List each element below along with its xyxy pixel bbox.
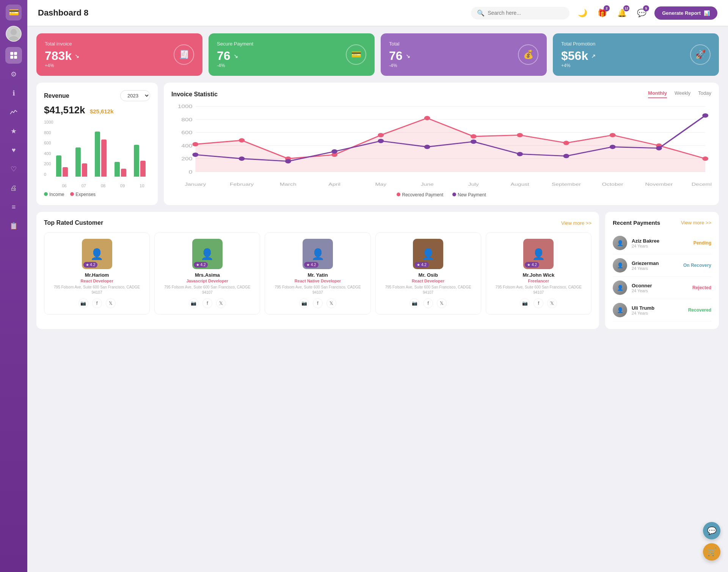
invoice-header: Invoice Statistic Monthly Weekly Today [171,90,711,98]
sidebar-item-dashboard[interactable] [5,47,22,64]
support-fab[interactable]: 💬 [703,522,720,539]
customer-role: React Developer [80,279,113,283]
twitter-icon[interactable]: 𝕏 [437,298,447,308]
svg-text:600: 600 [181,130,192,135]
svg-text:0: 0 [189,169,193,174]
twitter-icon[interactable]: 𝕏 [216,298,226,308]
payment-avatar: 👤 [613,303,627,317]
message-icon-btn[interactable]: 💬 5 [635,6,648,20]
svg-text:July: July [468,182,479,186]
customers-title: Top Rated Customer [44,219,103,226]
customer-name: Mr. Osib [419,272,438,278]
instagram-icon[interactable]: 📷 [299,298,309,308]
income-bar [134,145,139,177]
instagram-icon[interactable]: 📷 [189,298,199,308]
svg-point-30 [192,142,198,147]
customer-card: 👤 ★ 4.2 Mr.Hariom React Developer 795 Fo… [44,232,150,315]
bottom-row: Top Rated Customer View more >> 👤 ★ 4.2 … [36,212,719,329]
instagram-icon[interactable]: 📷 [410,298,419,308]
sidebar-logo[interactable]: 💳 [6,5,22,20]
avatar[interactable] [6,26,22,42]
bar-group [95,132,111,177]
payments-view-more[interactable]: View more >> [681,220,711,226]
twitter-icon[interactable]: 𝕏 [326,298,336,308]
svg-point-53 [702,113,708,118]
stat-icon-total: 💰 [518,44,538,65]
sidebar-item-wishlist[interactable]: ♡ [5,161,22,177]
search-bar[interactable]: 🔍 [471,7,570,19]
customers-view-more[interactable]: View more >> [561,220,592,226]
facebook-icon[interactable]: f [533,298,543,308]
svg-text:400: 400 [181,143,192,148]
gift-icon-btn[interactable]: 🎁 2 [595,6,609,20]
generate-report-button[interactable]: Generate Report 📊 [654,6,717,20]
payment-status: On Recovery [683,263,711,268]
payment-item: 👤 Uli Trumb 24 Years Recovered [613,299,711,321]
customer-avatar: 👤 ★ 4.2 [303,239,333,269]
bar-x-label: 10 [134,183,150,188]
sidebar-item-settings[interactable]: ⚙ [5,66,22,83]
customer-avatar: 👤 ★ 4.2 [82,239,112,269]
rating-badge: ★ 4.2 [83,262,98,268]
instagram-icon[interactable]: 📷 [520,298,530,308]
invoice-tabs: Monthly Weekly Today [648,90,711,98]
bar-group [134,145,150,177]
theme-toggle[interactable]: 🌙 [576,6,589,20]
svg-point-39 [610,133,616,138]
svg-text:February: February [230,182,254,186]
instagram-icon[interactable]: 📷 [78,298,88,308]
rating-badge: ★ 4.2 [525,262,539,268]
svg-point-0 [11,29,17,35]
svg-text:1000: 1000 [178,103,193,109]
gift-badge: 2 [604,5,610,11]
customer-avatar: 👤 ★ 4.2 [192,239,223,269]
svg-text:December: December [692,182,711,186]
search-icon: 🔍 [477,9,485,17]
stat-icon-promotion: 🚀 [690,44,711,65]
line-chart-legend: Recovered Payment New Payment [171,192,711,197]
customer-socials: 📷 f 𝕏 [299,298,336,308]
search-input[interactable] [488,10,563,16]
sidebar-item-info[interactable]: ℹ [5,85,22,102]
twitter-icon[interactable]: 𝕏 [106,298,116,308]
bell-icon-btn[interactable]: 🔔 12 [615,6,629,20]
cart-fab[interactable]: 🛒 [703,543,720,561]
bar-x-label: 06 [56,183,72,188]
content-area: Total invoice 783k ↘ +4% 🧾 Secure Paymen… [27,26,728,337]
svg-text:June: June [420,182,434,186]
income-bar [56,155,61,177]
sidebar: 💳 ⚙ ℹ ★ ♥ ♡ 🖨 ≡ 📋 [0,0,27,572]
customers-card: Top Rated Customer View more >> 👤 ★ 4.2 … [36,212,599,329]
svg-point-49 [517,152,523,157]
revenue-chart-header: Revenue 2023 2022 2021 [44,90,150,101]
svg-rect-2 [10,52,13,55]
sidebar-item-favorites[interactable]: ★ [5,123,22,139]
customer-role: React Native Developer [295,279,341,283]
sidebar-item-likes[interactable]: ♥ [5,142,22,158]
tab-monthly[interactable]: Monthly [648,90,667,98]
tab-weekly[interactable]: Weekly [675,90,690,98]
sidebar-item-print[interactable]: 🖨 [5,180,22,196]
stat-label-total: Total [389,41,410,47]
sidebar-item-analytics[interactable] [5,104,22,121]
header-icons: 🌙 🎁 2 🔔 12 💬 5 Generate Report 📊 [576,6,717,20]
stat-trend-invoice: +4% [45,63,79,68]
customer-name: Mr. Yatin [308,272,328,278]
payments-title: Recent Payments [613,219,660,226]
stat-value-promotion: $56k ↗ [561,49,596,63]
sidebar-item-docs[interactable]: 📋 [5,218,22,234]
bar-chart-legend: Income Expenses [44,192,150,197]
facebook-icon[interactable]: f [313,298,323,308]
svg-point-48 [471,139,477,144]
bar-group [75,147,92,177]
customer-name: Mr.John Wick [523,272,555,278]
facebook-icon[interactable]: f [423,298,433,308]
sidebar-item-menu[interactable]: ≡ [5,199,22,215]
facebook-icon[interactable]: f [202,298,212,308]
year-select[interactable]: 2023 2022 2021 [120,90,150,101]
svg-point-46 [378,139,384,143]
facebook-icon[interactable]: f [92,298,102,308]
tab-today[interactable]: Today [698,90,711,98]
revenue-sub-value: $25,612k [90,108,114,114]
twitter-icon[interactable]: 𝕏 [547,298,557,308]
